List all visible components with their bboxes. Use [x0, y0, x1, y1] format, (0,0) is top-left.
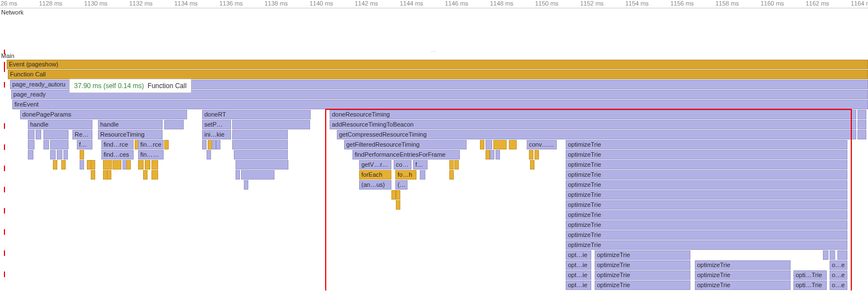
flame-bar[interactable] [396, 200, 400, 210]
flame-bar[interactable]: fin…rce [138, 140, 164, 149]
flame-bar[interactable]: opti…Trie [793, 270, 827, 280]
flame-bar[interactable]: opti…Trie [793, 280, 827, 290]
flame-bar[interactable]: getV…ries [359, 160, 391, 170]
flame-bar[interactable]: optimizeTrie [566, 190, 847, 200]
flame-bar[interactable] [391, 190, 396, 200]
flame-bar[interactable]: Function Call [8, 70, 868, 79]
flame-bar[interactable]: addResourceTimingToBeacon [330, 120, 856, 129]
flame-bar[interactable]: f… [77, 140, 92, 149]
flame-bar[interactable]: donePageParams [20, 110, 187, 119]
flame-bar[interactable]: optimizeTrie [566, 140, 847, 149]
flame-bar[interactable]: optimizeTrie [566, 160, 847, 170]
flame-bar[interactable]: optimizeTrie [566, 220, 847, 230]
flame-bar[interactable]: optimizeTrie [566, 150, 847, 159]
flame-bar[interactable] [53, 160, 57, 170]
flame-bar[interactable] [529, 150, 533, 159]
flame-bar[interactable]: doneRT [202, 110, 311, 119]
flame-bar[interactable] [244, 180, 248, 190]
flame-bar[interactable]: fin…ces [138, 150, 164, 159]
flame-bar[interactable] [857, 120, 866, 129]
flame-bar[interactable]: optimizeTrie [695, 270, 791, 280]
flame-bar[interactable]: optimizeTrie [566, 230, 847, 240]
flame-bar[interactable] [493, 140, 507, 149]
flame-bar[interactable] [454, 160, 459, 170]
flame-bar[interactable]: optimizeTrie [566, 170, 847, 180]
flame-bar[interactable] [91, 170, 95, 180]
flame-bar[interactable] [396, 190, 400, 200]
flame-bar[interactable] [509, 140, 517, 149]
flame-bar[interactable] [236, 160, 288, 170]
flame-bar[interactable]: optimizeTrie [566, 240, 847, 250]
flame-bar[interactable] [112, 160, 121, 170]
flame-bar[interactable]: handle [28, 120, 92, 129]
timeline-ruler[interactable]: 1126 ms 1128 ms 1130 ms 1132 ms 1134 ms … [0, 0, 868, 8]
flame-bar[interactable] [80, 150, 84, 159]
flame-bar[interactable]: opt…ie [566, 270, 591, 280]
flame-bar[interactable] [837, 250, 847, 260]
flame-bar[interactable] [241, 170, 274, 180]
flame-bar[interactable]: fo…h [395, 170, 416, 180]
flame-bar[interactable] [50, 150, 56, 159]
flame-bar[interactable] [530, 160, 534, 170]
flame-bar[interactable]: o…e [830, 270, 847, 280]
flame-bar[interactable]: Event (pageshow) [7, 60, 868, 69]
flame-bar[interactable]: optimizeTrie [566, 200, 847, 210]
flame-bar[interactable] [138, 160, 144, 170]
flame-bar[interactable] [143, 170, 148, 180]
flame-bar[interactable] [28, 130, 35, 139]
flame-bar[interactable]: (… [395, 180, 408, 190]
flame-bar[interactable]: o…e [830, 260, 847, 270]
flame-bar[interactable] [212, 140, 216, 149]
flame-bar[interactable] [534, 150, 539, 159]
flame-bar[interactable] [103, 160, 112, 170]
flame-bar[interactable]: f…e [413, 160, 428, 170]
flame-bar[interactable] [207, 150, 211, 159]
flame-bar[interactable]: opt…ie [566, 280, 591, 290]
flame-bar[interactable] [50, 140, 68, 149]
resize-handle[interactable]: ⋯ [0, 49, 868, 52]
flame-bar[interactable]: ini…kie [202, 130, 231, 139]
flame-bar[interactable] [107, 170, 111, 180]
flame-bar[interactable]: optimizeTrie [595, 250, 690, 260]
flame-bar[interactable] [857, 110, 866, 119]
flame-bar[interactable]: optimizeTrie [695, 280, 791, 290]
flame-bar[interactable]: forEach [359, 170, 391, 180]
flame-bar[interactable] [449, 170, 454, 180]
flame-chart[interactable]: Event (pageshow) Function Call page_read… [0, 60, 868, 291]
flame-bar[interactable]: o…e [830, 280, 847, 290]
flame-bar[interactable]: co…s [394, 160, 411, 170]
flame-bar[interactable] [80, 160, 84, 170]
flame-bar[interactable]: findPerformanceEntriesForFrame [352, 150, 460, 159]
flame-bar[interactable] [126, 160, 131, 170]
flame-bar[interactable]: getFilteredResourceTiming [344, 140, 467, 149]
flame-bar[interactable]: optimizeTrie [695, 260, 791, 270]
flame-bar[interactable]: find…rce [101, 140, 134, 149]
flame-bar[interactable]: optimizeTrie [566, 210, 847, 220]
flame-bar[interactable] [202, 140, 207, 149]
flame-bar[interactable] [232, 140, 288, 149]
flame-bar[interactable] [236, 170, 240, 180]
flame-bar[interactable] [164, 140, 169, 149]
flame-bar[interactable] [36, 130, 41, 139]
flame-bar[interactable] [57, 150, 62, 159]
flame-bar[interactable] [496, 150, 500, 159]
flame-bar[interactable] [61, 160, 66, 170]
flame-bar[interactable]: doneResourceTiming [330, 110, 856, 119]
network-track-label[interactable]: Network [0, 8, 868, 16]
flame-bar[interactable]: opt…ie [566, 250, 591, 260]
flame-bar[interactable] [91, 160, 95, 170]
flame-bar[interactable] [857, 130, 866, 139]
flame-bar[interactable] [43, 130, 68, 139]
flame-bar[interactable]: optimizeTrie [595, 280, 690, 290]
flame-bar[interactable]: ResourceTiming [98, 130, 163, 139]
flame-bar[interactable]: find…ces [101, 150, 134, 159]
flame-bar[interactable] [28, 150, 33, 159]
flame-bar[interactable] [151, 170, 158, 180]
network-track[interactable] [0, 16, 868, 49]
flame-bar[interactable]: optimizeTrie [595, 260, 690, 270]
flame-bar[interactable] [449, 160, 454, 170]
flame-bar[interactable]: (an…us) [359, 180, 391, 190]
flame-bar[interactable] [480, 140, 484, 149]
flame-bar[interactable] [232, 120, 310, 129]
flame-bar[interactable] [486, 150, 490, 159]
